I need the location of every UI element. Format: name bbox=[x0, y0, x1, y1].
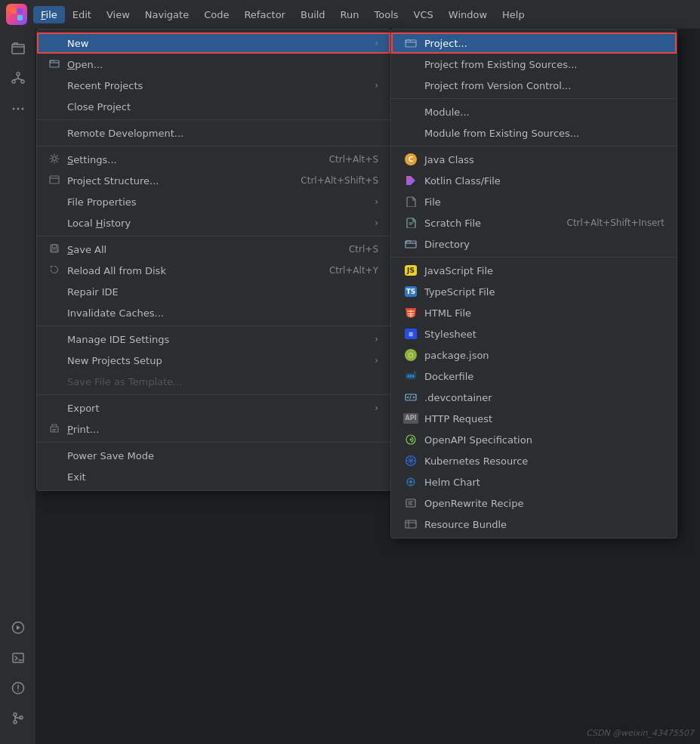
submenu-item-openapi[interactable]: OpenAPI Specification bbox=[391, 429, 677, 450]
menu-vcs[interactable]: VCS bbox=[406, 6, 441, 23]
menu-view[interactable]: View bbox=[99, 6, 137, 23]
submenu-item-devcontainer[interactable]: .devcontainer bbox=[391, 387, 677, 408]
submenu-item-scratch[interactable]: Scratch File Ctrl+Alt+Shift+Insert bbox=[391, 212, 677, 233]
menu-item-print[interactable]: Print... bbox=[37, 418, 390, 440]
menu-item-invalidate-caches[interactable]: Invalidate Caches... bbox=[37, 302, 390, 323]
svg-rect-20 bbox=[50, 176, 59, 184]
menu-item-file-properties[interactable]: File Properties › bbox=[37, 191, 390, 212]
html-icon bbox=[403, 307, 418, 319]
submenu-item-package-json[interactable]: ⬡ package.json bbox=[391, 344, 677, 366]
dockerfile-icon bbox=[403, 370, 418, 382]
app-icon bbox=[6, 4, 27, 25]
java-class-label: Java Class bbox=[424, 154, 665, 165]
sub-sep1 bbox=[391, 98, 677, 99]
menu-edit[interactable]: Edit bbox=[65, 6, 99, 23]
submenu-item-module[interactable]: Module... bbox=[391, 101, 677, 122]
svg-rect-25 bbox=[52, 429, 57, 430]
submenu-item-resource-bundle[interactable]: Resource Bundle bbox=[391, 514, 677, 535]
menu-item-local-history[interactable]: Local History › bbox=[37, 212, 390, 233]
menu-item-manage-ide[interactable]: Manage IDE Settings › bbox=[37, 329, 390, 350]
file-icon bbox=[403, 196, 418, 208]
submenu-item-project[interactable]: Project... bbox=[391, 32, 677, 54]
export-label: Export bbox=[67, 403, 369, 414]
svg-rect-0 bbox=[11, 8, 16, 14]
manage-ide-arrow: › bbox=[375, 334, 378, 344]
menu-item-save-all[interactable]: Save All Ctrl+S bbox=[37, 239, 390, 260]
open-icon bbox=[49, 58, 63, 71]
submenu-item-js[interactable]: JS JavaScript File bbox=[391, 260, 677, 281]
menu-item-power-save[interactable]: Power Save Mode bbox=[37, 445, 390, 466]
title-bar: File Edit View Navigate Code Refactor Bu… bbox=[0, 0, 700, 29]
menu-item-new-projects-setup[interactable]: New Projects Setup › bbox=[37, 350, 390, 371]
sub-sep2 bbox=[391, 146, 677, 147]
submenu-item-kotlin[interactable]: Kotlin Class/File bbox=[391, 170, 677, 191]
package-json-icon: ⬡ bbox=[403, 349, 418, 361]
menu-navigate[interactable]: Navigate bbox=[137, 6, 196, 23]
kotlin-icon bbox=[403, 174, 418, 187]
helm-icon bbox=[403, 476, 418, 488]
menu-item-export[interactable]: Export › bbox=[37, 397, 390, 418]
sep6 bbox=[37, 442, 390, 443]
submenu-item-file[interactable]: File bbox=[391, 191, 677, 212]
project-vcs-icon bbox=[403, 79, 418, 91]
submenu-item-directory[interactable]: Directory bbox=[391, 233, 677, 255]
submenu-item-dockerfile[interactable]: Dockerfile bbox=[391, 366, 677, 387]
html-label: HTML File bbox=[424, 307, 665, 319]
module-label: Module... bbox=[424, 107, 665, 118]
submenu-item-project-existing[interactable]: Project from Existing Sources... bbox=[391, 54, 677, 75]
sep4 bbox=[37, 326, 390, 326]
resource-bundle-label: Resource Bundle bbox=[424, 519, 665, 530]
menu-item-new[interactable]: New › bbox=[37, 32, 390, 54]
menu-item-reload[interactable]: Reload All from Disk Ctrl+Alt+Y bbox=[37, 260, 390, 281]
resource-bundle-icon bbox=[403, 518, 418, 530]
recent-arrow: › bbox=[375, 80, 378, 91]
menu-code[interactable]: Code bbox=[196, 6, 236, 23]
menu-help[interactable]: Help bbox=[495, 6, 532, 23]
svg-point-19 bbox=[53, 156, 57, 160]
menu-window[interactable]: Window bbox=[441, 6, 495, 23]
submenu-item-html[interactable]: HTML File bbox=[391, 302, 677, 323]
submenu-item-helm[interactable]: Helm Chart bbox=[391, 471, 677, 492]
openrewrite-label: OpenRewrite Recipe bbox=[424, 498, 665, 509]
menu-item-recent-projects[interactable]: Recent Projects › bbox=[37, 75, 390, 96]
devcontainer-label: .devcontainer bbox=[424, 392, 665, 403]
css-label: Stylesheet bbox=[424, 329, 665, 340]
submenu-item-module-existing[interactable]: Module from Existing Sources... bbox=[391, 122, 677, 144]
svg-point-34 bbox=[409, 480, 412, 483]
project-label: Project... bbox=[424, 38, 665, 49]
submenu-item-openrewrite[interactable]: OpenRewrite Recipe bbox=[391, 492, 677, 514]
menu-item-exit[interactable]: Exit bbox=[37, 466, 390, 487]
package-json-label: package.json bbox=[424, 350, 665, 361]
submenu-item-java-class[interactable]: C Java Class bbox=[391, 149, 677, 170]
menu-tools[interactable]: Tools bbox=[367, 6, 406, 23]
submenu-item-kubernetes[interactable]: Kubernetes Resource bbox=[391, 450, 677, 471]
menu-refactor[interactable]: Refactor bbox=[236, 6, 293, 23]
exit-label: Exit bbox=[67, 471, 378, 483]
menu-file[interactable]: File bbox=[33, 6, 65, 23]
submenu-item-http-request[interactable]: API HTTP Request bbox=[391, 408, 677, 429]
menu-item-close-project[interactable]: Close Project bbox=[37, 96, 390, 117]
submenu-item-project-vcs[interactable]: Project from Version Control... bbox=[391, 75, 677, 96]
menu-item-open[interactable]: Open... bbox=[37, 54, 390, 75]
menu-item-remote-dev[interactable]: Remote Development... bbox=[37, 122, 390, 144]
save-template-label: Save File as Template... bbox=[67, 376, 378, 387]
project-existing-icon bbox=[403, 58, 418, 70]
module-existing-icon bbox=[403, 127, 418, 139]
submenu-item-ts[interactable]: TS TypeScript File bbox=[391, 281, 677, 302]
file-label: File bbox=[424, 196, 665, 208]
open-label: Open... bbox=[67, 59, 378, 70]
css-icon: ≡ bbox=[403, 328, 418, 340]
menu-item-repair-ide[interactable]: Repair IDE bbox=[37, 281, 390, 302]
menu-item-settings[interactable]: Settings... Ctrl+Alt+S bbox=[37, 149, 390, 170]
reload-shortcut: Ctrl+Alt+Y bbox=[329, 265, 378, 276]
remote-label: Remote Development... bbox=[67, 128, 378, 139]
submenu-item-css[interactable]: ≡ Stylesheet bbox=[391, 323, 677, 344]
sep3 bbox=[37, 236, 390, 236]
save-all-icon bbox=[49, 243, 63, 256]
scratch-shortcut: Ctrl+Alt+Shift+Insert bbox=[567, 218, 665, 228]
kubernetes-icon bbox=[403, 455, 418, 467]
menu-build[interactable]: Build bbox=[293, 6, 333, 23]
ts-label: TypeScript File bbox=[424, 286, 665, 298]
menu-item-project-structure[interactable]: Project Structure... Ctrl+Alt+Shift+S bbox=[37, 170, 390, 191]
menu-run[interactable]: Run bbox=[333, 6, 367, 23]
